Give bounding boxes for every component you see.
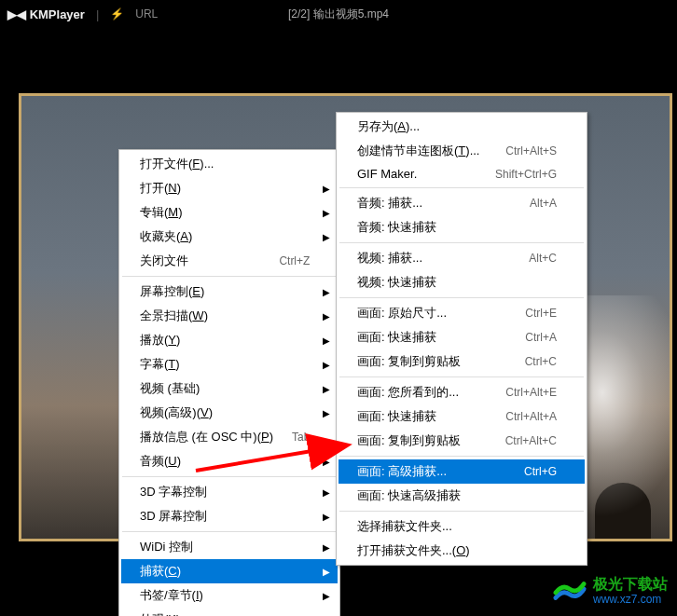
now-playing: [2/2] 输出视频5.mp4 bbox=[288, 7, 389, 22]
menu-item-label: 3D 字幕控制 bbox=[140, 484, 207, 500]
menu-item[interactable]: 播放(Y)▶ bbox=[121, 328, 338, 352]
menu-item-shortcut: Ctrl+G bbox=[524, 465, 557, 478]
menu-item-label: 打开捕获文件夹...(O) bbox=[357, 542, 470, 559]
watermark: 极光下载站 www.xz7.com bbox=[552, 573, 668, 609]
menu-item[interactable]: 音频: 快速捕获 bbox=[338, 215, 585, 240]
menu-separator bbox=[122, 531, 337, 532]
menu-item[interactable]: 画面: 复制到剪贴板Ctrl+Alt+C bbox=[338, 429, 585, 453]
submenu-arrow-icon: ▶ bbox=[323, 542, 330, 553]
menu-item-label: 打开(N) bbox=[140, 180, 181, 197]
submenu-arrow-icon: ▶ bbox=[323, 360, 330, 370]
menu-item[interactable]: 画面: 复制到剪贴板Ctrl+C bbox=[338, 349, 585, 374]
menu-item-label: GIF Maker. bbox=[357, 167, 417, 181]
menu-item[interactable]: 画面: 高级捕获...Ctrl+G bbox=[338, 459, 585, 484]
submenu-arrow-icon: ▶ bbox=[323, 591, 330, 601]
divider: | bbox=[96, 7, 99, 21]
menu-separator bbox=[122, 276, 337, 277]
menu-item-label: 屏幕控制(E) bbox=[140, 283, 204, 300]
menu-item[interactable]: 书签/章节(I)▶ bbox=[121, 583, 338, 608]
menu-item[interactable]: 打开(N)▶ bbox=[121, 176, 338, 200]
submenu-arrow-icon: ▶ bbox=[323, 287, 330, 297]
menu-item-label: 画面: 快速捕获 bbox=[357, 408, 436, 425]
menu-item[interactable]: 外观(K)▶ bbox=[121, 608, 338, 616]
menu-item-label: 画面: 高级捕获... bbox=[357, 463, 447, 480]
submenu-arrow-icon: ▶ bbox=[323, 384, 330, 394]
menu-item[interactable]: 打开捕获文件夹...(O) bbox=[338, 539, 585, 563]
menu-item[interactable]: 字幕(T)▶ bbox=[121, 352, 338, 376]
menu-item[interactable]: 创建情节串连图板(T)...Ctrl+Alt+S bbox=[338, 139, 585, 163]
menu-item-shortcut: Ctrl+Alt+E bbox=[505, 386, 557, 399]
submenu-arrow-icon: ▶ bbox=[323, 567, 330, 577]
menu-item-label: 画面: 原始尺寸... bbox=[357, 305, 447, 322]
submenu-arrow-icon: ▶ bbox=[323, 335, 330, 346]
watermark-url: www.xz7.com bbox=[593, 593, 668, 606]
submenu-arrow-icon: ▶ bbox=[323, 408, 330, 418]
url-label[interactable]: URL bbox=[135, 7, 158, 21]
menu-item-label: 外观(K) bbox=[140, 611, 180, 616]
menu-item[interactable]: 画面: 快速捕获Ctrl+A bbox=[338, 325, 585, 349]
watermark-text-cn: 极光下载站 bbox=[593, 575, 668, 593]
menu-item-label: 视频: 快速捕获 bbox=[357, 274, 436, 291]
menu-item[interactable]: 画面: 快速高级捕获 bbox=[338, 484, 585, 508]
menu-item-shortcut: Shift+Ctrl+G bbox=[495, 168, 557, 181]
menu-item-shortcut: Alt+A bbox=[530, 197, 557, 210]
watermark-icon bbox=[552, 573, 587, 609]
menu-item[interactable]: 画面: 原始尺寸...Ctrl+E bbox=[338, 301, 585, 325]
menu-separator bbox=[339, 242, 584, 243]
menu-item-label: 音频(U) bbox=[140, 453, 181, 470]
menu-item-label: 全景扫描(W) bbox=[140, 308, 208, 324]
menu-item[interactable]: 音频(U)▶ bbox=[121, 449, 338, 473]
menu-item-label: 画面: 复制到剪贴板 bbox=[357, 432, 461, 449]
menu-separator bbox=[339, 297, 584, 298]
menu-item[interactable]: 3D 字幕控制▶ bbox=[121, 480, 338, 504]
menu-item-shortcut: Ctrl+E bbox=[525, 307, 557, 320]
menu-item[interactable]: 收藏夹(A)▶ bbox=[121, 225, 338, 249]
menu-item[interactable]: 音频: 捕获...Alt+A bbox=[338, 191, 585, 215]
menu-item-shortcut: Ctrl+Z bbox=[279, 254, 310, 267]
menu-item-label: 画面: 您所看到的... bbox=[357, 384, 459, 401]
menu-item-label: 字幕(T) bbox=[140, 356, 180, 373]
menu-item-label: 视频(高级)(V) bbox=[140, 404, 213, 421]
menu-item[interactable]: GIF Maker.Shift+Ctrl+G bbox=[338, 163, 585, 185]
menu-item[interactable]: 视频: 快速捕获 bbox=[338, 270, 585, 294]
menu-item-shortcut: Tab bbox=[292, 431, 310, 444]
menu-item[interactable]: 打开文件(F)... bbox=[121, 152, 338, 176]
menu-item[interactable]: 专辑(M)▶ bbox=[121, 200, 338, 225]
submenu-arrow-icon: ▶ bbox=[323, 311, 330, 322]
menu-item[interactable]: WiDi 控制▶ bbox=[121, 535, 338, 559]
context-menu-capture: 另存为(A)...创建情节串连图板(T)...Ctrl+Alt+SGIF Mak… bbox=[336, 112, 587, 566]
menu-item-label: 播放(Y) bbox=[140, 332, 180, 349]
menu-item[interactable]: 3D 屏幕控制▶ bbox=[121, 504, 338, 528]
menu-item-label: 画面: 快速高级捕获 bbox=[357, 487, 461, 504]
menu-item[interactable]: 全景扫描(W)▶ bbox=[121, 304, 338, 328]
menu-item-label: 音频: 快速捕获 bbox=[357, 219, 436, 236]
menu-item[interactable]: 视频: 捕获...Alt+C bbox=[338, 246, 585, 270]
menu-item[interactable]: 选择捕获文件夹... bbox=[338, 514, 585, 539]
menu-item-label: 创建情节串连图板(T)... bbox=[357, 143, 479, 159]
menu-item-shortcut: Ctrl+Alt+S bbox=[505, 144, 557, 157]
menu-item-label: 3D 屏幕控制 bbox=[140, 508, 207, 525]
menu-item[interactable]: 画面: 您所看到的...Ctrl+Alt+E bbox=[338, 380, 585, 404]
menu-item-shortcut: Alt+C bbox=[529, 252, 557, 265]
menu-item-label: 收藏夹(A) bbox=[140, 228, 192, 245]
menu-item[interactable]: 屏幕控制(E)▶ bbox=[121, 280, 338, 304]
menu-item[interactable]: 视频 (基础)▶ bbox=[121, 376, 338, 401]
submenu-arrow-icon: ▶ bbox=[323, 184, 330, 194]
menu-separator bbox=[339, 376, 584, 377]
menu-item-label: 书签/章节(I) bbox=[140, 587, 203, 604]
menu-item-label: 画面: 快速捕获 bbox=[357, 329, 436, 346]
menu-item-label: 画面: 复制到剪贴板 bbox=[357, 353, 461, 370]
menu-separator bbox=[339, 511, 584, 512]
menu-separator bbox=[339, 456, 584, 457]
lightning-icon[interactable]: ⚡ bbox=[110, 7, 124, 21]
menu-item[interactable]: 视频(高级)(V)▶ bbox=[121, 401, 338, 425]
silhouette bbox=[595, 483, 651, 539]
menu-item[interactable]: 画面: 快速捕获Ctrl+Alt+A bbox=[338, 404, 585, 429]
menu-item[interactable]: 另存为(A)... bbox=[338, 115, 585, 139]
menu-item-label: 专辑(M) bbox=[140, 204, 183, 221]
menu-item[interactable]: 播放信息 (在 OSC 中)(P)Tab bbox=[121, 425, 338, 449]
titlebar: ▶◀ KMPlayer | ⚡ URL [2/2] 输出视频5.mp4 bbox=[0, 0, 677, 28]
submenu-arrow-icon: ▶ bbox=[323, 457, 330, 467]
menu-item[interactable]: 捕获(C)▶ bbox=[121, 559, 338, 583]
menu-item[interactable]: 关闭文件Ctrl+Z bbox=[121, 249, 338, 273]
